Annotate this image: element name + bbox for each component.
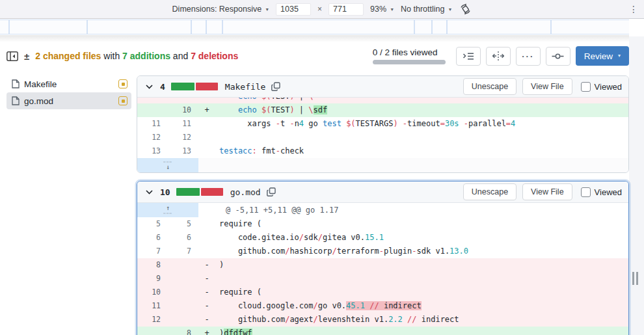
strip-cell bbox=[88, 20, 192, 34]
diff-panel-header: 10go.modUnescapeView FileViewed bbox=[137, 181, 628, 203]
viewed-toggle[interactable]: Viewed bbox=[581, 187, 622, 197]
strip-cell bbox=[192, 20, 207, 34]
collapse-file-button[interactable] bbox=[144, 81, 154, 92]
split-diff-button[interactable] bbox=[486, 47, 511, 66]
file-tree: Makefilego.mod bbox=[7, 75, 137, 335]
code-line: require ( bbox=[215, 217, 628, 231]
new-line-number[interactable] bbox=[168, 286, 198, 299]
diff-row: 66 code.gitea.io/sdk/gitea v0.15.1 bbox=[137, 231, 628, 245]
rotate-device-icon[interactable] bbox=[459, 3, 472, 16]
old-line-number[interactable] bbox=[137, 98, 168, 103]
dimensions-dropdown[interactable]: Dimensions: Responsive ▼ bbox=[172, 5, 270, 14]
viewport-height-input[interactable] bbox=[329, 3, 364, 16]
diff-sign: + bbox=[198, 327, 215, 335]
old-line-number[interactable]: 8 bbox=[137, 258, 168, 272]
collapse-file-button[interactable] bbox=[144, 187, 154, 197]
viewed-checkbox[interactable] bbox=[581, 187, 591, 197]
commit-button[interactable] bbox=[546, 47, 570, 66]
unescape-button[interactable]: Unescape bbox=[463, 183, 517, 200]
new-line-number[interactable]: 13 bbox=[168, 144, 198, 158]
new-line-number[interactable]: 8 bbox=[168, 327, 198, 335]
file-tree-toggle-button[interactable] bbox=[456, 47, 481, 66]
view-file-button[interactable]: View File bbox=[522, 78, 572, 95]
additions-block bbox=[176, 188, 200, 196]
old-line-number[interactable]: 10 bbox=[137, 286, 168, 299]
additions-block bbox=[171, 83, 195, 90]
old-line-number[interactable]: 11 bbox=[137, 117, 168, 131]
diff-sign bbox=[198, 245, 215, 258]
file-tree-item-go.mod[interactable]: go.mod bbox=[7, 92, 131, 109]
files-viewed-text: 0 / 2 files viewed bbox=[373, 47, 446, 57]
diff-row: 10+ echo $(TEST) | \sdf bbox=[137, 103, 628, 117]
chevron-down-icon: ▼ bbox=[448, 7, 452, 12]
new-line-number[interactable]: 7 bbox=[168, 245, 198, 258]
old-line-number[interactable]: 6 bbox=[137, 231, 168, 245]
new-line-number[interactable]: 10 bbox=[168, 103, 198, 117]
zoom-dropdown[interactable]: 93% ▼ bbox=[370, 5, 394, 14]
old-line-number[interactable]: 12 bbox=[137, 313, 168, 327]
kebab-menu-icon[interactable]: ⋮ bbox=[627, 3, 640, 16]
expand-lines-button[interactable]: ┄┄┄↓ bbox=[137, 158, 198, 172]
new-line-number[interactable]: 5 bbox=[168, 217, 198, 231]
old-line-number[interactable] bbox=[137, 327, 168, 335]
deletions-block bbox=[196, 83, 218, 90]
new-line-number[interactable]: 11 bbox=[168, 117, 198, 131]
old-line-number[interactable]: 5 bbox=[137, 217, 168, 231]
new-line-number[interactable]: 12 bbox=[168, 131, 198, 144]
viewed-toggle[interactable]: Viewed bbox=[581, 82, 622, 92]
viewed-checkbox[interactable] bbox=[581, 82, 591, 92]
diff-row: 55require ( bbox=[137, 217, 628, 231]
new-line-number[interactable]: 6 bbox=[168, 231, 198, 245]
review-button[interactable]: Review ▾ bbox=[576, 46, 629, 66]
new-line-number[interactable] bbox=[168, 98, 198, 103]
new-line-number[interactable] bbox=[168, 258, 198, 272]
ellipsis-icon: ··· bbox=[522, 51, 534, 61]
diff-row: 8-) bbox=[137, 258, 628, 272]
old-line-number[interactable]: 12 bbox=[137, 131, 168, 144]
expand-down-icon: ┄┄┄↓ bbox=[163, 160, 172, 170]
file-tree-item-Makefile[interactable]: Makefile bbox=[7, 75, 131, 92]
diff-sign bbox=[198, 144, 215, 158]
viewport-width-input[interactable] bbox=[276, 3, 311, 16]
new-line-number[interactable] bbox=[168, 272, 198, 286]
old-line-number[interactable]: 7 bbox=[137, 245, 168, 258]
expander-filler bbox=[198, 158, 628, 172]
viewport-resize-handle[interactable] bbox=[632, 272, 638, 285]
diff-row: 1313testacc: fmt-check bbox=[137, 144, 628, 158]
diff-sign: - bbox=[198, 272, 215, 286]
diff-row: 77 github.com/hashicorp/terraform-plugin… bbox=[137, 245, 628, 258]
old-line-number[interactable]: 9 bbox=[137, 272, 168, 286]
new-line-number[interactable] bbox=[168, 299, 198, 313]
unescape-button[interactable]: Unescape bbox=[463, 78, 517, 95]
copy-file-name-icon[interactable] bbox=[271, 82, 280, 91]
changed-files-count: 2 changed files bbox=[35, 51, 101, 61]
page-top-strip bbox=[0, 20, 629, 34]
new-line-number[interactable] bbox=[168, 313, 198, 327]
diff-expander-row: ┄┄┄↓ bbox=[137, 158, 628, 172]
old-line-number[interactable]: 11 bbox=[137, 299, 168, 313]
strip-cell bbox=[433, 20, 448, 34]
code-line: code.gitea.io/sdk/gitea v0.15.1 bbox=[215, 231, 628, 245]
viewed-label: Viewed bbox=[595, 82, 622, 92]
more-options-button[interactable]: ··· bbox=[516, 47, 541, 66]
diff-sign: + bbox=[198, 103, 215, 117]
view-file-button[interactable]: View File bbox=[522, 183, 572, 200]
old-line-number[interactable]: 13 bbox=[137, 144, 168, 158]
old-line-number[interactable] bbox=[137, 103, 168, 117]
throttling-dropdown[interactable]: No throttling ▼ bbox=[401, 5, 452, 14]
sidebar-toggle-icon[interactable] bbox=[7, 51, 18, 61]
expand-up-icon: ↑┄┄┄ bbox=[163, 205, 172, 215]
code-line: xargs -t -n4 go test $(TESTARGS) -timeou… bbox=[215, 117, 628, 131]
diff-row: 10-require ( bbox=[137, 286, 628, 299]
diff-sign: - bbox=[198, 258, 215, 272]
file-changes-count: 4 bbox=[160, 82, 165, 92]
diff-panel-go.mod: 10go.modUnescapeView FileViewed↑┄┄┄@ -5,… bbox=[137, 181, 629, 335]
code-line: ) bbox=[215, 258, 628, 272]
copy-file-name-icon[interactable] bbox=[267, 187, 276, 196]
diff-panels: 4MakefileUnescapeView FileViewed echo $(… bbox=[137, 75, 629, 335]
expand-lines-button[interactable]: ↑┄┄┄ bbox=[137, 203, 198, 217]
pull-request-files-page: ± 2 changed files with 7 additions and 7… bbox=[7, 42, 629, 335]
code-line: testacc: fmt-check bbox=[215, 144, 628, 158]
plus-minus-icon[interactable]: ± bbox=[24, 51, 29, 62]
code-line: require ( bbox=[215, 286, 628, 299]
